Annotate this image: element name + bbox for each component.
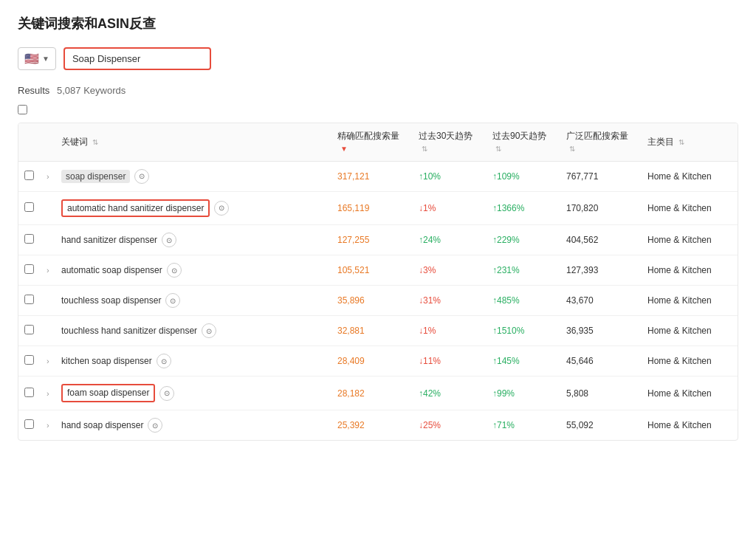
col-header-exact[interactable]: 精确匹配搜索量 ▼ xyxy=(331,123,413,161)
broad-search-value: 404,562 xyxy=(566,235,598,245)
table-row: touchless hand sanitizer dispenser⊙32,88… xyxy=(18,316,738,346)
keyword-cell: hand soap dispenser⊙ xyxy=(61,418,326,433)
table-row: ›soap dispenser⊙317,121↑10%↑109%767,771H… xyxy=(18,161,738,191)
asin-icon[interactable]: ⊙ xyxy=(148,418,162,433)
search-bar: 🇺🇸 ▼ xyxy=(18,47,738,70)
category-value: Home & Kitchen xyxy=(647,203,712,213)
broad-search-value: 767,771 xyxy=(566,171,598,182)
sort-icon-category: ⇅ xyxy=(678,137,684,147)
keyword-text: touchless hand sanitizer dispenser xyxy=(61,325,197,337)
asin-icon[interactable]: ⊙ xyxy=(202,323,216,338)
trend30-value: ↓31% xyxy=(419,295,441,306)
table-row: automatic hand sanitizer dispenser⊙165,1… xyxy=(18,191,738,225)
asin-icon[interactable]: ⊙ xyxy=(159,386,174,401)
row-checkbox[interactable] xyxy=(24,202,34,212)
trend90-value: ↑71% xyxy=(492,420,515,430)
exact-search-value: 28,182 xyxy=(337,388,365,399)
table-row: hand sanitizer dispenser⊙127,255↑24%↑229… xyxy=(18,225,738,255)
trend30-value: ↓1% xyxy=(419,203,436,213)
row-checkbox[interactable] xyxy=(24,171,34,180)
table-row: ›hand soap dispenser⊙25,392↓25%↑71%55,09… xyxy=(18,410,738,441)
trend90-value: ↑99% xyxy=(492,388,515,399)
asin-icon[interactable]: ⊙ xyxy=(214,201,229,216)
select-all-checkbox[interactable] xyxy=(18,105,27,114)
expand-chevron-icon[interactable]: › xyxy=(47,266,49,275)
keyword-cell: foam soap dispenser⊙ xyxy=(61,384,326,402)
results-count: 5,087 Keywords xyxy=(57,85,126,96)
table-header-row: 关键词 ⇅ 精确匹配搜索量 ▼ 过去30天趋势 ⇅ xyxy=(18,123,738,161)
trend30-value: ↓1% xyxy=(419,326,436,336)
exact-search-value: 25,392 xyxy=(337,420,365,430)
category-value: Home & Kitchen xyxy=(647,265,712,275)
col-header-keyword[interactable]: 关键词 ⇅ xyxy=(55,123,331,161)
keyword-text: automatic hand sanitizer dispenser xyxy=(61,199,210,218)
keyword-cell: touchless soap dispenser⊙ xyxy=(61,293,326,308)
broad-search-value: 127,393 xyxy=(566,265,598,275)
sort-icon-keyword: ⇅ xyxy=(92,137,98,147)
table-row: touchless soap dispenser⊙35,896↓31%↑485%… xyxy=(18,286,738,316)
country-selector[interactable]: 🇺🇸 ▼ xyxy=(18,47,56,70)
keyword-cell: automatic hand sanitizer dispenser⊙ xyxy=(61,199,326,218)
expand-chevron-icon[interactable]: › xyxy=(47,172,49,181)
sort-icon-exact: ▼ xyxy=(340,144,348,154)
col-header-category[interactable]: 主类目 ⇅ xyxy=(642,123,738,161)
row-checkbox[interactable] xyxy=(24,325,34,334)
col-header-trend90[interactable]: 过去90天趋势 ⇅ xyxy=(487,123,560,161)
expand-chevron-icon[interactable]: › xyxy=(47,421,49,430)
keyword-cell: soap dispenser⊙ xyxy=(61,169,326,184)
row-checkbox[interactable] xyxy=(24,388,34,397)
keyword-text: hand soap dispenser xyxy=(61,419,143,432)
expand-chevron-icon[interactable]: › xyxy=(47,357,49,365)
asin-icon[interactable]: ⊙ xyxy=(157,354,171,368)
asin-icon[interactable]: ⊙ xyxy=(162,233,176,247)
results-label: Results xyxy=(18,85,49,96)
keyword-cell: kitchen soap dispenser⊙ xyxy=(61,354,326,368)
sort-icon-trend90: ⇅ xyxy=(495,144,501,154)
asin-icon[interactable]: ⊙ xyxy=(167,263,182,278)
keyword-text: foam soap dispenser xyxy=(61,384,155,402)
sort-icon-trend30: ⇅ xyxy=(422,144,427,154)
select-all-row xyxy=(18,105,738,117)
sort-icon-broad: ⇅ xyxy=(569,144,575,154)
col-header-broad[interactable]: 广泛匹配搜索量 ⇅ xyxy=(560,123,642,161)
asin-icon[interactable]: ⊙ xyxy=(134,169,149,184)
exact-search-value: 32,881 xyxy=(337,326,365,336)
keyword-cell: hand sanitizer dispenser⊙ xyxy=(61,233,326,247)
results-table-wrapper: 关键词 ⇅ 精确匹配搜索量 ▼ 过去30天趋势 ⇅ xyxy=(18,123,738,441)
exact-search-value: 35,896 xyxy=(337,295,365,306)
keyword-text: soap dispenser xyxy=(61,170,130,183)
keyword-text: kitchen soap dispenser xyxy=(61,355,152,368)
trend30-value: ↑10% xyxy=(419,171,441,182)
row-checkbox[interactable] xyxy=(24,419,34,429)
row-checkbox[interactable] xyxy=(24,264,34,274)
keyword-text: hand sanitizer dispenser xyxy=(61,234,157,247)
category-value: Home & Kitchen xyxy=(647,171,712,182)
exact-search-value: 165,119 xyxy=(337,203,369,213)
exact-search-value: 28,409 xyxy=(337,356,365,366)
trend90-value: ↑1366% xyxy=(492,203,524,213)
row-checkbox[interactable] xyxy=(24,234,34,244)
broad-search-value: 36,935 xyxy=(566,326,594,336)
category-value: Home & Kitchen xyxy=(647,420,712,430)
broad-search-value: 5,808 xyxy=(566,388,588,399)
row-checkbox[interactable] xyxy=(24,355,34,365)
asin-icon[interactable]: ⊙ xyxy=(165,293,180,308)
results-table: 关键词 ⇅ 精确匹配搜索量 ▼ 过去30天趋势 ⇅ xyxy=(18,123,738,440)
row-checkbox[interactable] xyxy=(24,295,34,304)
trend90-value: ↑229% xyxy=(492,235,520,245)
table-row: ›kitchen soap dispenser⊙28,409↓11%↑145%4… xyxy=(18,346,738,376)
trend90-value: ↑485% xyxy=(492,295,520,306)
trend30-value: ↓3% xyxy=(419,265,436,275)
category-value: Home & Kitchen xyxy=(647,326,712,336)
broad-search-value: 170,820 xyxy=(566,203,598,213)
chevron-down-icon: ▼ xyxy=(42,55,49,63)
search-input[interactable] xyxy=(63,47,211,70)
category-value: Home & Kitchen xyxy=(647,356,712,366)
expand-chevron-icon[interactable]: › xyxy=(47,389,49,398)
col-header-trend30[interactable]: 过去30天趋势 ⇅ xyxy=(413,123,487,161)
page-title: 关键词搜索和ASIN反查 xyxy=(18,15,738,32)
category-value: Home & Kitchen xyxy=(647,295,712,306)
trend30-value: ↑42% xyxy=(419,388,441,399)
category-value: Home & Kitchen xyxy=(647,388,712,399)
page-container: 关键词搜索和ASIN反查 🇺🇸 ▼ Results 5,087 Keywords… xyxy=(0,0,756,455)
